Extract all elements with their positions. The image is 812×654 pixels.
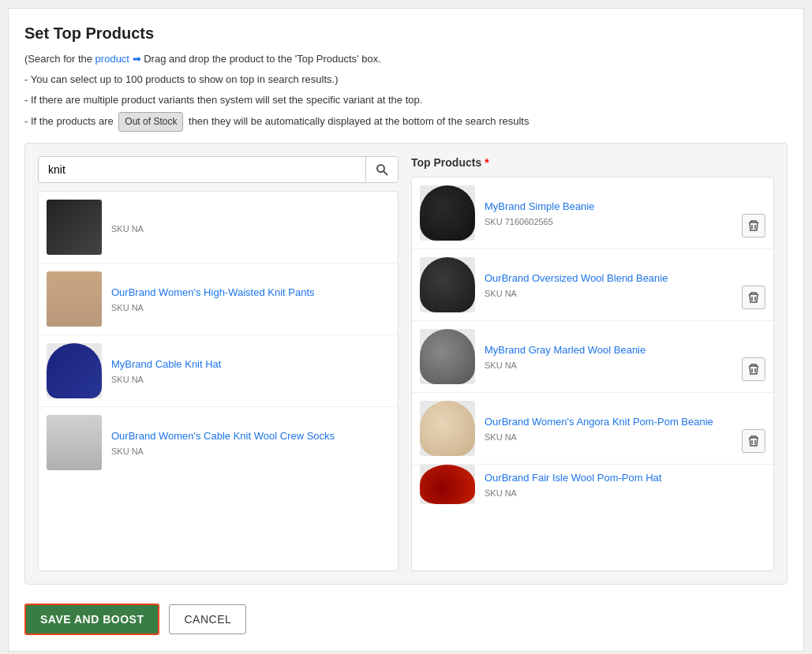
- trash-icon: [748, 435, 759, 447]
- top-product-thumbnail: [420, 465, 475, 504]
- top-product-name: OurBrand Women's Angora Knit Pom-Pom Bea…: [485, 415, 732, 429]
- top-product-info: MyBrand Gray Marled Wool Beanie SKU NA: [485, 343, 732, 370]
- top-product-sku: SKU NA: [485, 488, 765, 498]
- product-name: MyBrand Cable Knit Hat: [111, 357, 390, 372]
- delete-button[interactable]: [742, 286, 765, 309]
- top-products-header: Top Products *: [411, 156, 774, 169]
- top-product-sku: SKU NA: [485, 361, 732, 370]
- search-icon: [376, 163, 388, 176]
- left-panel: SKU NA OurBrand Women's High-Waisted Kni…: [38, 156, 399, 571]
- product-info: OurBrand Women's High-Waisted Knit Pants…: [111, 286, 390, 312]
- top-product-sku: SKU NA: [485, 289, 732, 298]
- svg-line-1: [384, 171, 387, 175]
- top-product-info: OurBrand Women's Angora Knit Pom-Pom Bea…: [485, 415, 732, 442]
- save-and-boost-button[interactable]: SAVE AND BOOST: [24, 604, 159, 635]
- instruction-line1: (Search for the product ➡ Drag and drop …: [24, 50, 788, 68]
- cancel-button[interactable]: CANCEL: [169, 604, 246, 634]
- delete-button[interactable]: [742, 214, 765, 237]
- product-info: SKU NA: [111, 221, 390, 234]
- top-product-thumbnail: [420, 257, 475, 312]
- product-sku: SKU NA: [111, 447, 390, 456]
- right-panel: Top Products * MyBrand Simple Beanie SKU…: [411, 156, 774, 571]
- list-item[interactable]: OurBrand Women's Cable Knit Wool Crew So…: [39, 407, 398, 478]
- page-title: Set Top Products: [24, 24, 788, 43]
- top-product-info: OurBrand Fair Isle Wool Pom-Pom Hat SKU …: [485, 471, 765, 498]
- instruction-line3: - If there are multiple product variants…: [24, 92, 788, 109]
- top-product-thumbnail: [420, 185, 475, 241]
- product-thumbnail: [47, 271, 102, 327]
- main-content: SKU NA OurBrand Women's High-Waisted Kni…: [24, 143, 788, 585]
- top-products-list[interactable]: MyBrand Simple Beanie SKU 7160602565: [411, 177, 774, 571]
- instruction-line2: - You can select up to 100 products to s…: [24, 71, 788, 88]
- list-item[interactable]: MyBrand Cable Knit Hat SKU NA: [39, 335, 398, 407]
- product-sku: SKU NA: [111, 375, 390, 384]
- product-image: [47, 271, 102, 327]
- top-product-image: [420, 185, 475, 241]
- product-thumbnail: [47, 415, 102, 470]
- search-bar: [38, 156, 399, 183]
- top-product-item[interactable]: OurBrand Oversized Wool Blend Beanie SKU…: [412, 249, 773, 321]
- list-item[interactable]: SKU NA: [39, 192, 398, 263]
- product-image: [47, 415, 102, 470]
- product-thumbnail: [47, 343, 102, 398]
- top-product-item[interactable]: OurBrand Women's Angora Knit Pom-Pom Bea…: [412, 393, 773, 465]
- product-name: OurBrand Women's Cable Knit Wool Crew So…: [111, 429, 390, 443]
- search-input[interactable]: [39, 157, 365, 182]
- footer-buttons: SAVE AND BOOST CANCEL: [24, 604, 788, 635]
- instruction-line4-post: then they will be automatically displaye…: [189, 115, 529, 127]
- top-product-name: OurBrand Fair Isle Wool Pom-Pom Hat: [485, 471, 765, 485]
- delete-button[interactable]: [742, 429, 765, 453]
- search-button[interactable]: [365, 157, 398, 182]
- product-image: [47, 200, 102, 255]
- instruction-line4-pre: - If the products are: [24, 115, 114, 127]
- top-product-item[interactable]: MyBrand Simple Beanie SKU 7160602565: [412, 178, 773, 249]
- product-thumbnail: [47, 200, 102, 255]
- product-info: OurBrand Women's Cable Knit Wool Crew So…: [111, 429, 390, 456]
- top-product-image: [420, 257, 475, 312]
- top-product-item[interactable]: OurBrand Fair Isle Wool Pom-Pom Hat SKU …: [412, 465, 773, 504]
- instruction-product-link: product: [95, 53, 129, 65]
- top-product-info: MyBrand Simple Beanie SKU 7160602565: [485, 200, 732, 226]
- trash-icon: [748, 364, 759, 375]
- top-product-image: [420, 329, 475, 384]
- product-image: [47, 343, 102, 398]
- top-product-image: [420, 465, 475, 504]
- page-container: Set Top Products (Search for the product…: [8, 8, 804, 652]
- top-product-sku: SKU 7160602565: [485, 217, 732, 226]
- top-product-sku: SKU NA: [485, 432, 732, 442]
- instruction-arrow: ➡: [133, 53, 141, 65]
- out-of-stock-badge: Out of Stock: [118, 112, 183, 131]
- top-product-thumbnail: [420, 329, 475, 384]
- top-product-item[interactable]: MyBrand Gray Marled Wool Beanie SKU NA: [412, 321, 773, 393]
- product-sku: SKU NA: [111, 303, 390, 312]
- top-product-thumbnail: [420, 401, 475, 456]
- top-product-name: MyBrand Gray Marled Wool Beanie: [485, 343, 732, 357]
- trash-icon: [748, 220, 759, 231]
- product-list[interactable]: SKU NA OurBrand Women's High-Waisted Kni…: [38, 191, 399, 571]
- top-product-name: MyBrand Simple Beanie: [485, 200, 732, 214]
- product-info: MyBrand Cable Knit Hat SKU NA: [111, 357, 390, 384]
- trash-icon: [748, 292, 759, 303]
- svg-point-0: [377, 165, 384, 172]
- instruction-line4: - If the products are Out of Stock then …: [24, 112, 788, 131]
- product-name: OurBrand Women's High-Waisted Knit Pants: [111, 286, 390, 300]
- top-products-label: Top Products: [411, 156, 481, 169]
- top-product-name: OurBrand Oversized Wool Blend Beanie: [485, 271, 732, 286]
- product-sku: SKU NA: [111, 224, 390, 234]
- instructions: (Search for the product ➡ Drag and drop …: [24, 50, 788, 132]
- list-item[interactable]: OurBrand Women's High-Waisted Knit Pants…: [39, 263, 398, 335]
- delete-button[interactable]: [742, 357, 765, 381]
- top-product-info: OurBrand Oversized Wool Blend Beanie SKU…: [485, 271, 732, 298]
- top-product-image: [420, 401, 475, 456]
- required-indicator: *: [485, 156, 488, 169]
